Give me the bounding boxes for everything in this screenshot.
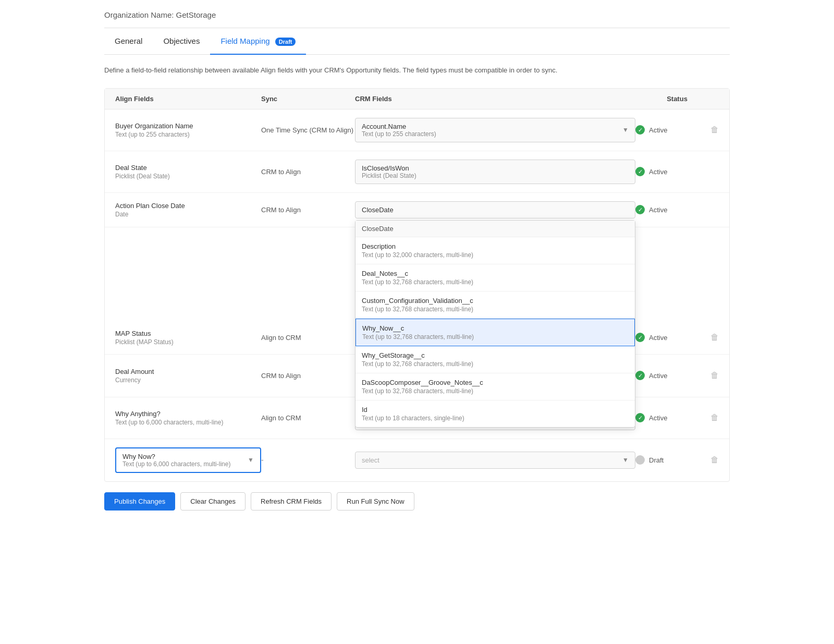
sync-label: Align to CRM xyxy=(261,414,355,422)
crm-field-dropdown[interactable]: Account.Name Text (up to 255 characters)… xyxy=(355,118,635,142)
dropdown-header: CloseDate xyxy=(355,221,635,237)
chevron-down-icon: ▼ xyxy=(248,456,254,464)
status-cell: ✓ Active xyxy=(635,167,719,176)
status-cell: ✓ Active 🗑 xyxy=(635,333,719,342)
status-dot-active: ✓ xyxy=(635,413,645,422)
crm-field-cell: select ▼ xyxy=(355,452,635,469)
dropdown-item-selected[interactable]: Why_Now__c Text (up to 32,768 characters… xyxy=(355,319,635,346)
align-field-cell: Why Now? Text (up to 6,000 characters, m… xyxy=(115,447,261,473)
crm-field-dropdown[interactable]: CloseDate xyxy=(355,201,635,218)
publish-changes-button[interactable]: Publish Changes xyxy=(104,492,175,511)
table-row: Action Plan Close Date Date CRM to Align… xyxy=(105,193,729,227)
crm-field-select[interactable]: select ▼ xyxy=(355,452,635,469)
align-field-cell: Buyer Organization Name Text (up to 255 … xyxy=(115,122,261,138)
status-cell: Draft 🗑 xyxy=(635,455,719,465)
delete-row-icon[interactable]: 🗑 xyxy=(710,413,719,422)
status-cell: ✓ Active xyxy=(635,205,719,214)
align-field-cell: Deal Amount Currency xyxy=(115,368,261,384)
delete-row-icon[interactable]: 🗑 xyxy=(710,333,719,342)
draft-badge: Draft xyxy=(275,38,296,46)
header-crm-fields: CRM Fields xyxy=(355,95,635,103)
sync-label: CRM to Align xyxy=(261,168,355,176)
dropdown-item[interactable]: Custom_Configuration_Validation__c Text … xyxy=(355,291,635,319)
table-header: Align Fields Sync CRM Fields Status xyxy=(105,89,729,110)
chevron-down-icon: ▼ xyxy=(622,456,629,464)
table-row: Buyer Organization Name Text (up to 255 … xyxy=(105,110,729,151)
table-row: Deal State Picklist (Deal State) CRM to … xyxy=(105,151,729,193)
refresh-crm-fields-button[interactable]: Refresh CRM Fields xyxy=(251,492,332,511)
crm-field-dropdown[interactable]: IsClosed/IsWon Picklist (Deal State) xyxy=(355,160,635,184)
tab-field-mapping[interactable]: Field Mapping Draft xyxy=(210,28,306,55)
sync-label: Align to CRM xyxy=(261,334,355,342)
status-dot-active: ✓ xyxy=(635,167,645,176)
status-dot-active: ✓ xyxy=(635,125,645,135)
crm-field-cell: IsClosed/IsWon Picklist (Deal State) xyxy=(355,160,635,184)
dropdown-item[interactable]: Description Text (up to 32,000 character… xyxy=(355,237,635,264)
status-cell: ✓ Active 🗑 xyxy=(635,413,719,422)
org-name: Organization Name: GetStorage xyxy=(104,10,730,28)
dropdown-item[interactable]: Id Text (up to 18 characters, single-lin… xyxy=(355,400,635,427)
status-dot-active: ✓ xyxy=(635,371,645,380)
tab-general[interactable]: General xyxy=(104,28,153,55)
tabs-bar: General Objectives Field Mapping Draft xyxy=(104,28,730,55)
status-cell: ✓ Active 🗑 xyxy=(635,371,719,380)
crm-field-dropdown-menu: CloseDate Description Text (up to 32,000… xyxy=(355,220,635,428)
align-field-dropdown[interactable]: Why Now? Text (up to 6,000 characters, m… xyxy=(115,447,261,473)
delete-row-icon[interactable]: 🗑 xyxy=(710,455,719,465)
dropdown-item[interactable]: Deal_Notes__c Text (up to 32,768 charact… xyxy=(355,264,635,291)
align-field-cell: Deal State Picklist (Deal State) xyxy=(115,164,261,180)
crm-field-cell: CloseDate CloseDate Description Text (up… xyxy=(355,201,635,218)
header-align-fields: Align Fields xyxy=(115,95,261,103)
align-field-cell: MAP Status Picklist (MAP Status) xyxy=(115,330,261,346)
crm-field-cell: Account.Name Text (up to 255 characters)… xyxy=(355,118,635,142)
page-description: Define a field-to-field relationship bet… xyxy=(104,65,730,76)
status-dot-draft xyxy=(635,455,645,465)
delete-row-icon[interactable]: 🗑 xyxy=(710,125,719,135)
field-mapping-table: Align Fields Sync CRM Fields Status Buye… xyxy=(104,88,730,482)
run-full-sync-button[interactable]: Run Full Sync Now xyxy=(337,492,414,511)
status-dot-active: ✓ xyxy=(635,205,645,214)
sync-label: CRM to Align xyxy=(261,206,355,214)
header-status: Status xyxy=(635,95,719,103)
status-dot-active: ✓ xyxy=(635,333,645,342)
chevron-down-icon: ▼ xyxy=(622,126,629,133)
align-field-cell: Action Plan Close Date Date xyxy=(115,202,261,218)
delete-row-icon[interactable]: 🗑 xyxy=(710,371,719,380)
sync-label: - xyxy=(261,456,355,464)
dropdown-item[interactable]: DaScoopComposer__Groove_Notes__c Text (u… xyxy=(355,373,635,400)
align-field-cell: Why Anything? Text (up to 6,000 characte… xyxy=(115,410,261,426)
sync-label: CRM to Align xyxy=(261,372,355,380)
table-row: Why Now? Text (up to 6,000 characters, m… xyxy=(105,439,729,481)
clear-changes-button[interactable]: Clear Changes xyxy=(180,492,246,511)
sync-label: One Time Sync (CRM to Align) xyxy=(261,126,355,134)
status-cell: ✓ Active 🗑 xyxy=(635,125,719,135)
header-sync: Sync xyxy=(261,95,355,103)
tab-objectives[interactable]: Objectives xyxy=(153,28,210,55)
dropdown-item[interactable]: Why_GetStorage__c Text (up to 32,768 cha… xyxy=(355,346,635,373)
footer-bar: Publish Changes Clear Changes Refresh CR… xyxy=(104,482,730,516)
